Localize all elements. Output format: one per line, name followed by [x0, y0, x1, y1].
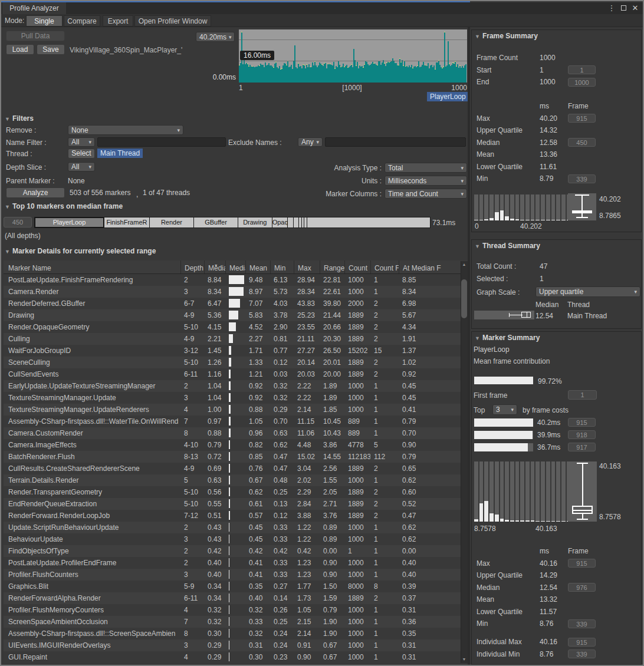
frame-jump-button[interactable]: 915	[568, 638, 596, 647]
thread-filter-chip[interactable]: Main Thread	[97, 149, 143, 158]
exclude-names-input[interactable]	[325, 137, 466, 147]
table-row[interactable]: Profiler.FlushMemoryCounters40.320.320.2…	[4, 604, 461, 616]
maximize-icon[interactable]	[618, 4, 629, 13]
table-row[interactable]: Render.TransparentGeometry5-100.560.620.…	[4, 486, 461, 498]
table-row[interactable]: RenderDeferred.GBuffer6-76.477.074.0343.…	[4, 298, 461, 309]
open-profiler-window-button[interactable]: Open Profiler Window	[134, 15, 211, 27]
column-header[interactable]: Count Fra	[370, 261, 399, 273]
mode-compare-button[interactable]: Compare	[64, 15, 100, 27]
table-row[interactable]: TextureStreamingManager.Update31.040.920…	[4, 392, 461, 404]
analysis-type-dropdown[interactable]: Total▾	[385, 163, 467, 173]
top10-segment[interactable]	[307, 217, 430, 228]
remove-dropdown[interactable]: None▾	[68, 125, 183, 135]
top10-segment[interactable]	[294, 217, 298, 228]
load-button[interactable]: Load	[6, 44, 34, 55]
column-header[interactable]: Marker Name	[4, 261, 180, 273]
table-row[interactable]: EarlyUpdate.UpdateTextureStreamingManage…	[4, 380, 461, 392]
frame-jump-button[interactable]: 915	[568, 418, 596, 427]
top-ten-marker-bar[interactable]: PlayerLoopFinishFrameRRenderGBufferDrawi…	[34, 217, 431, 228]
table-row[interactable]: TextureStreamingManager.UpdateRenderers4…	[4, 404, 461, 416]
analyze-button[interactable]: Analyze	[6, 187, 65, 198]
top10-segment[interactable]	[288, 217, 294, 228]
save-button[interactable]: Save	[37, 44, 65, 55]
frame-jump-button[interactable]: 339	[568, 649, 596, 658]
top10-segment-drawing[interactable]: Drawing	[238, 217, 272, 228]
column-header[interactable]: Min	[270, 261, 294, 273]
table-row[interactable]: RenderForwardAlpha.Render6-110.340.400.1…	[4, 592, 461, 604]
table-row[interactable]: Render.OpaqueGeometry5-104.154.522.9023.…	[4, 321, 461, 333]
table-row[interactable]: WaitForJobGroupID3-121.451.710.7727.2726…	[4, 345, 461, 357]
top10-segment-finishframer[interactable]: FinishFrameR	[104, 217, 150, 228]
thread-summary-title[interactable]: ▼Thread Summary	[475, 242, 540, 250]
top10-segment-gbuffer[interactable]: GBuffer	[194, 217, 238, 228]
column-header[interactable]: Media▼	[204, 261, 225, 273]
table-row[interactable]: Terrain.Details.Render50.630.670.482.021…	[4, 474, 461, 486]
pane-divider[interactable]	[468, 27, 470, 665]
column-header[interactable]: Count	[344, 261, 370, 273]
table-row[interactable]: Camera.Render38.348.975.7328.3422.611000…	[4, 286, 461, 298]
frame-jump-button[interactable]: 915	[568, 559, 596, 568]
export-button[interactable]: Export	[103, 15, 133, 27]
table-header-row[interactable]: Marker NameDepthMedia▼MediaMeanMinMaxRan…	[4, 261, 468, 274]
top-n-dropdown[interactable]: 3▾	[492, 404, 517, 415]
table-row[interactable]: FindObjectsOfType20.420.420.420.420.0011…	[4, 545, 461, 557]
scroll-down-icon[interactable]: ▼	[461, 656, 468, 663]
frame-jump-button[interactable]: 339	[568, 619, 596, 628]
table-row[interactable]: BehaviourUpdate30.430.450.331.220.891000…	[4, 533, 461, 545]
table-row[interactable]: Camera.ImageEffects4-100.790.820.624.483…	[4, 439, 461, 451]
top10-segment-render[interactable]: Render	[150, 217, 194, 228]
table-row[interactable]: PostLateUpdate.FinishFrameRendering28.84…	[4, 274, 461, 286]
units-dropdown[interactable]: Milliseconds▾	[385, 176, 467, 186]
mode-single-button[interactable]: Single	[26, 15, 63, 27]
frame-jump-button[interactable]: 450	[568, 138, 596, 147]
table-row[interactable]: Drawing4-95.365.833.7825.2321.44188925.6…	[4, 309, 461, 321]
graph-scale-dropdown[interactable]: 40.20ms ▾	[196, 32, 235, 42]
name-filter-input[interactable]	[97, 137, 226, 147]
frame-jump-button[interactable]: 915	[568, 114, 596, 123]
table-row[interactable]: EndRenderQueueExtraction5-100.550.610.13…	[4, 498, 461, 510]
column-header[interactable]: Range	[320, 261, 344, 273]
table-row[interactable]: CullSendEvents6-111.161.210.0320.0320.00…	[4, 368, 461, 380]
table-row[interactable]: Camera.CustomRender80.880.960.6311.0610.…	[4, 427, 461, 439]
thread-graph-scale-dropdown[interactable]: Upper quartile▾	[535, 286, 640, 297]
top10-segment-playerloop[interactable]: PlayerLoop	[35, 217, 104, 228]
frame-jump-button[interactable]: 1	[568, 65, 596, 74]
filters-section-title[interactable]: ▼Filters	[5, 114, 34, 123]
exclude-mode-dropdown[interactable]: Any▾	[298, 137, 323, 147]
table-row[interactable]: BatchRenderer.Flush8-130.720.850.4715.02…	[4, 451, 461, 463]
table-row[interactable]: PostLateUpdate.ProfilerEndFrame20.400.41…	[4, 557, 461, 569]
table-row[interactable]: GUI.Repaint40.290.300.230.900.67100010.3…	[4, 651, 461, 663]
frame-jump-button[interactable]: 918	[568, 430, 596, 439]
column-header[interactable]: Media	[225, 261, 245, 273]
table-row[interactable]: Update.ScriptRunBehaviourUpdate20.430.45…	[4, 522, 461, 533]
top10-segment-opaqu[interactable]: Opaqu	[272, 217, 288, 228]
scrollbar-thumb[interactable]	[461, 279, 467, 318]
table-row[interactable]: Graphics.Blit5-90.340.350.271.771.508000…	[4, 581, 461, 592]
tab-profile-analyzer[interactable]: Profile Analyzer	[2, 2, 66, 14]
scroll-up-icon[interactable]: ▲	[461, 261, 468, 268]
pull-data-button[interactable]: Pull Data	[6, 31, 65, 41]
table-row[interactable]: Assembly-CSharp-firstpass.dll!::WaterTil…	[4, 416, 461, 427]
table-scrollbar[interactable]	[461, 261, 468, 663]
table-row[interactable]: Assembly-CSharp-firstpass.dll!::ScreenSp…	[4, 628, 461, 639]
close-icon[interactable]: ✕	[630, 4, 640, 13]
marker-summary-title[interactable]: ▼Marker Summary	[475, 334, 540, 342]
column-header[interactable]: Mean	[245, 261, 270, 273]
kebab-menu-icon[interactable]: ⋮	[606, 4, 617, 13]
frame-jump-button[interactable]: 917	[568, 443, 596, 451]
name-filter-mode-dropdown[interactable]: All▾	[68, 137, 95, 147]
table-row[interactable]: RenderForward.RenderLoopJob7-120.510.570…	[4, 510, 461, 522]
table-row[interactable]: CullResults.CreateSharedRendererScene4-9…	[4, 463, 461, 474]
thread-select-button[interactable]: Select	[68, 149, 95, 159]
table-row[interactable]: Culling4-92.212.270.8121.1120.30188921.9…	[4, 333, 461, 345]
column-header[interactable]: Max	[294, 261, 320, 273]
depth-slice-dropdown[interactable]: All▾	[68, 162, 95, 172]
frame-jump-button[interactable]: 976	[568, 583, 596, 592]
top-ten-section-title[interactable]: ▼Top 10 markers on median frame	[5, 202, 123, 210]
column-header[interactable]: At Median F	[399, 261, 456, 273]
table-row[interactable]: Profiler.FlushCounters30.400.410.331.230…	[4, 569, 461, 581]
table-row[interactable]: ScreenSpaceAmbientOcclusion70.320.330.25…	[4, 616, 461, 628]
selected-marker-chip[interactable]: PlayerLoop	[427, 92, 469, 101]
marker-details-section-title[interactable]: ▼Marker Details for currently selected r…	[5, 247, 156, 255]
first-frame-button[interactable]: 1	[568, 390, 597, 400]
